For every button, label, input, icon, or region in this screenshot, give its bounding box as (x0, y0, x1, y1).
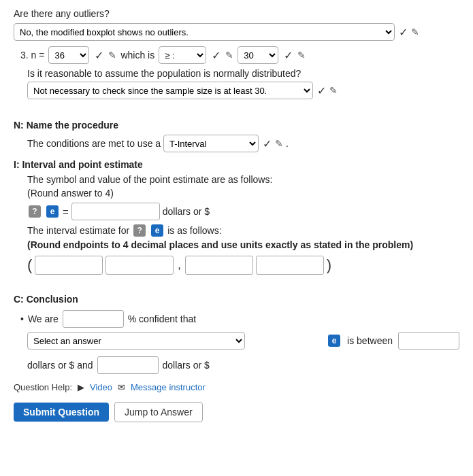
interval-input-1[interactable] (35, 256, 103, 275)
i-section-title: I: Interval and point estimate (14, 159, 459, 170)
outliers-question: Are there any outliers? (14, 8, 459, 19)
procedure-select[interactable]: T-Interval (163, 135, 259, 152)
point-estimate-input[interactable] (71, 203, 160, 220)
conditions-text: The conditions are met to use a (27, 138, 161, 149)
comma: , (178, 259, 180, 271)
interval-input-4[interactable] (256, 256, 324, 275)
edit-icon-outliers[interactable]: ✎ (411, 27, 419, 37)
n-label: 3. n = (20, 50, 44, 61)
close-paren: ) (327, 256, 331, 274)
edit-icon-proc[interactable]: ✎ (275, 138, 283, 149)
we-are-label: We are (28, 313, 59, 324)
check-icon-normal: ✓ (317, 84, 326, 97)
video-link[interactable]: Video (90, 382, 112, 392)
dollars-label: dollars or $ (163, 206, 210, 217)
edit-icon-normal[interactable]: ✎ (329, 85, 338, 96)
message-icon: ✉ (118, 382, 125, 392)
check-icon: ✓ (399, 26, 408, 39)
dollars-and-input[interactable] (97, 356, 159, 374)
c-section-title: C: Conclusion (14, 294, 459, 305)
is-between-label: is between (347, 335, 393, 346)
check-icon-which: ✓ (212, 49, 221, 62)
info-badge-point: e (46, 205, 59, 218)
normal-select[interactable]: Not necessary to check since the sample … (27, 82, 313, 99)
question-help-label: Question Help: (14, 382, 72, 392)
which-is-label: which is (120, 50, 154, 61)
between-input[interactable] (398, 332, 459, 350)
check-icon-n: ✓ (95, 49, 103, 62)
jump-to-answer-button[interactable]: Jump to Answer (114, 402, 203, 422)
check-icon-proc: ✓ (263, 137, 272, 150)
symbol-text: The symbol and value of the point estima… (27, 174, 272, 185)
normal-question: Is it reasonable to assume the populatio… (27, 68, 301, 79)
open-paren: ( (27, 256, 32, 274)
info-badge-conclusion: e (328, 335, 340, 347)
interval-input-3[interactable] (185, 256, 253, 275)
interval-follows-text: is as follows: (167, 225, 221, 236)
n-section-title: N: Name the procedure (14, 120, 459, 131)
period: . (286, 138, 289, 149)
n-select[interactable]: 36 (48, 46, 89, 64)
interval-estimate-text: The interval estimate for (27, 225, 129, 236)
question-badge-interval: ? (133, 224, 146, 237)
question-badge-point: ? (29, 205, 41, 218)
round-endpoints-note: (Round endpoints to 4 decimal places and… (27, 239, 413, 250)
which-is-select[interactable]: ≥ : (159, 46, 206, 64)
equals-sign: = (63, 206, 69, 218)
comparison-select[interactable]: 30 (238, 46, 278, 64)
outliers-select[interactable]: No, the modified boxplot shows no outlie… (14, 23, 395, 41)
check-icon-comp: ✓ (284, 49, 293, 62)
interval-input-2[interactable] (105, 256, 174, 275)
select-answer-dropdown[interactable]: Select an answer (27, 332, 245, 350)
confidence-input[interactable] (63, 310, 124, 328)
info-badge-interval: e (151, 224, 163, 237)
edit-icon-comp[interactable]: ✎ (297, 50, 306, 61)
message-link[interactable]: Message instructor (131, 382, 206, 392)
submit-button[interactable]: Submit Question (14, 403, 109, 422)
edit-icon-n[interactable]: ✎ (108, 50, 116, 61)
video-icon: ▶ (78, 382, 84, 392)
dollars-end-label: dollars or $ (163, 360, 210, 371)
round-note: (Round answer to 4) (27, 188, 114, 199)
dollars-and-label: dollars or $ and (27, 360, 93, 371)
confident-text: % confident that (128, 313, 196, 324)
bullet: • (20, 313, 24, 324)
edit-icon-which[interactable]: ✎ (225, 50, 233, 61)
